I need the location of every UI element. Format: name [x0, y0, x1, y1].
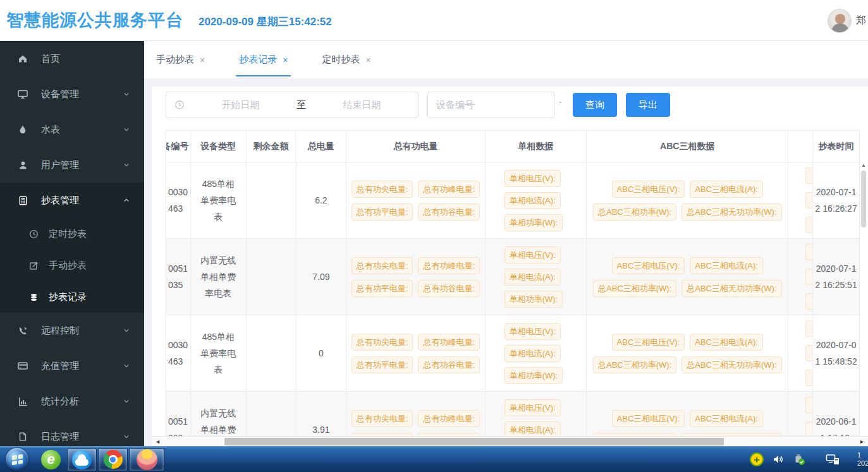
clipped-tag-fragment — [805, 421, 812, 437]
column-header: 设备类型 — [191, 131, 247, 162]
cell-balance — [247, 162, 296, 238]
taskbar-clock[interactable]: 1 202 — [857, 451, 868, 468]
cell-device-id: 0051033 — [166, 392, 191, 437]
sidebar-item-scheduled-reading[interactable]: 定时抄表 — [0, 218, 144, 250]
main-content: 手动抄表 × 抄表记录 × 定时抄表 × 开始日期 至 结束日期 — [144, 41, 868, 446]
sidebar-item-reading-records[interactable]: 抄表记录 — [0, 281, 144, 313]
taskbar-item-photo-viewer[interactable] — [129, 448, 164, 471]
cell-balance — [247, 315, 296, 391]
user-menu[interactable]: 郑 — [828, 0, 868, 41]
tag-group-energy: 总有功尖电量:总有功峰电量:总有功平电量:总有功谷电量: — [348, 257, 482, 297]
device-number-input[interactable]: 设备编号 — [427, 92, 554, 118]
cell-total-energy: 6.2 — [296, 162, 347, 238]
chevron-down-icon — [123, 161, 130, 169]
chevron-down-icon — [123, 362, 130, 370]
column-header: 单相数据 — [486, 131, 587, 162]
sidebar-nav: 首页 设备管理 水表 用户管理 抄表管理 定时抄表 — [0, 41, 144, 446]
data-tag: 总有功峰电量: — [418, 410, 480, 427]
query-button[interactable]: 查询 — [573, 93, 617, 117]
tab-bar: 手动抄表 × 抄表记录 × 定时抄表 × — [144, 41, 868, 79]
start-button[interactable] — [6, 448, 28, 471]
tab-close-icon[interactable]: × — [200, 55, 205, 65]
cell-read-time: 2020-07-12 16:25:51 — [813, 239, 859, 315]
sidebar-item-recharge-management[interactable]: 充值管理 — [0, 348, 144, 384]
sidebar-item-water-meter[interactable]: 水表 — [0, 112, 144, 147]
column-header: 抄表时间 — [813, 131, 859, 162]
usb-device-icon[interactable] — [793, 453, 806, 466]
clipped-tag-fragment — [805, 269, 812, 285]
tab-close-icon[interactable]: × — [365, 55, 370, 65]
column-header-label: 剩余金额 — [254, 141, 289, 152]
cell-clipped-column — [788, 315, 813, 391]
sidebar-item-label: 水表 — [41, 124, 60, 136]
cell-single-phase: 单相电压(V):单相电流(A):单相功率(W): — [486, 239, 587, 315]
search-toolbar: 开始日期 至 结束日期 设备编号 ` 查询 导出 — [152, 87, 868, 123]
sidebar-item-device-management[interactable]: 设备管理 — [0, 76, 144, 112]
clipped-tag-fragment — [805, 217, 812, 233]
tab-reading-records[interactable]: 抄表记录 × — [236, 41, 291, 78]
taskbar-item-chrome[interactable] — [98, 448, 128, 471]
tab-label: 定时抄表 — [322, 54, 360, 66]
sidebar-item-manual-reading[interactable]: 手动抄表 — [0, 250, 144, 281]
data-tag: 总有功峰电量: — [418, 334, 480, 351]
horizontal-scrollbar[interactable]: ◄ ► — [152, 436, 868, 446]
windows-taskbar: e + 1 202 — [0, 446, 868, 472]
tab-scheduled-reading[interactable]: 定时抄表 × — [319, 41, 374, 78]
date-range-input[interactable]: 开始日期 至 结束日期 — [166, 92, 419, 118]
sidebar-item-user-management[interactable]: 用户管理 — [0, 147, 144, 183]
bar-chart-icon — [17, 396, 28, 407]
tag-group-energy: 总有功尖电量:总有功峰电量:总有功平电量:总有功谷电量: — [348, 181, 482, 221]
data-tag: ABC三相电压(V): — [612, 257, 685, 274]
start-date-placeholder[interactable]: 开始日期 — [185, 99, 296, 111]
cell-single-phase: 单相电压(V):单相电流(A):单相功率(W): — [486, 392, 587, 437]
cell-read-time: 2020-07-12 16:26:27 — [813, 162, 859, 238]
user-avatar[interactable] — [828, 9, 852, 33]
log-file-icon — [17, 431, 28, 442]
cell-device-id: 0051035 — [166, 239, 191, 315]
export-button[interactable]: 导出 — [626, 93, 670, 117]
scroll-left-arrow[interactable]: ◄ — [153, 437, 162, 446]
vertical-scrollbar[interactable]: ▲ — [860, 162, 867, 435]
tab-manual-reading[interactable]: 手动抄表 × — [153, 41, 208, 78]
column-header-label: 备编号 — [166, 141, 188, 152]
sidebar-item-statistics[interactable]: 统计分析 — [0, 384, 144, 419]
data-tag: 单相电流(A): — [504, 269, 561, 286]
end-date-placeholder[interactable]: 结束日期 — [306, 99, 418, 111]
sidebar-item-label: 日志管理 — [41, 431, 79, 443]
clock-date: 202 — [857, 459, 868, 467]
chevron-up-icon — [123, 197, 130, 204]
cell-single-phase: 单相电压(V):单相电流(A):单相功率(W): — [486, 315, 587, 391]
cell-clipped-column — [788, 239, 813, 315]
user-name: 郑 — [856, 14, 868, 27]
sidebar-item-home[interactable]: 首页 — [0, 41, 144, 76]
360-safety-icon[interactable]: + — [750, 452, 764, 466]
data-tag: 总ABC三相功率(W): — [593, 356, 676, 373]
clipped-tag-fragment — [805, 320, 812, 337]
windows-logo-icon — [12, 454, 23, 464]
scroll-up-arrow[interactable]: ▲ — [860, 162, 867, 169]
scroll-right-arrow[interactable]: ► — [857, 437, 867, 446]
meter-icon — [17, 195, 28, 206]
cell-read-time: 2020-07-01 15:48:52 — [813, 315, 859, 391]
cell-device-type: 内置无线单相单费率电表 — [191, 239, 247, 315]
sidebar-item-meter-reading-management[interactable]: 抄表管理 — [0, 183, 144, 218]
horizontal-scroll-thumb[interactable] — [224, 438, 724, 445]
sidebar-item-remote-control[interactable]: 远程控制 — [0, 313, 144, 348]
data-tag: 总ABC三相无功功率(W): — [682, 356, 781, 373]
network-icon[interactable] — [826, 453, 840, 466]
green-e-browser-icon: e — [41, 450, 61, 469]
taskbar-item-360-browser[interactable]: e — [36, 448, 66, 471]
cell-abc-three-phase: ABC三相电压(V):ABC三相电流(A):总ABC三相功率(W):总ABC三相… — [587, 162, 788, 238]
vertical-scroll-thumb[interactable] — [861, 171, 866, 227]
data-tag: 单相电压(V): — [504, 323, 561, 340]
photo-thumbnail-icon — [137, 449, 157, 470]
volume-icon[interactable] — [772, 453, 785, 466]
device-number-placeholder: 设备编号 — [436, 99, 474, 111]
taskbar-item-qq-browser[interactable] — [67, 448, 97, 471]
sidebar-item-label: 统计分析 — [41, 396, 79, 408]
data-tag: 总ABC三相功率(W): — [593, 203, 676, 221]
data-tag: 总有功峰电量: — [418, 257, 480, 274]
sidebar-item-log-management[interactable]: 日志管理 — [0, 419, 144, 446]
data-tag: ABC三相电流(A): — [690, 257, 763, 274]
tab-close-icon[interactable]: × — [283, 55, 288, 65]
